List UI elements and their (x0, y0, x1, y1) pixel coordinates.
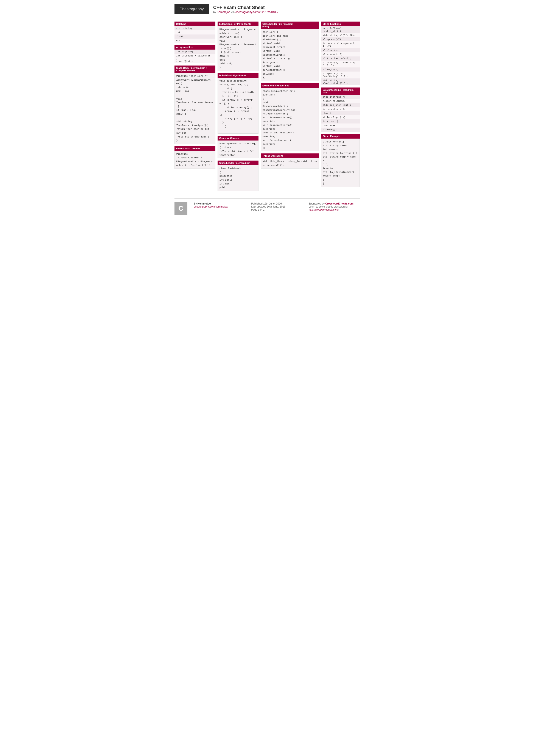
section-thread-ops-header: Thread Operations (261, 153, 319, 158)
section-datatyps-header: Datatyps (174, 21, 216, 26)
author-name: Kemmojoo (197, 202, 211, 205)
section-bubblesort: bubbleSort Algorithmus void bubblesort(i… (217, 73, 259, 134)
logo: Cheatography (174, 4, 209, 14)
list-item: int arLenght = sizeof(ar) /sizeof(int); (174, 54, 216, 63)
section-datatyps-body: std::string int float etc. (174, 26, 216, 43)
page-header: Cheatography C++ Exam Cheat Sheet by Kem… (174, 4, 360, 17)
column-3: Class header File Paradigm(cont) Zaehlwe… (261, 21, 319, 171)
section-extensions-cpp-cont: Extensions / CPP File (cont) Ringwerkzae… (217, 21, 259, 71)
column-2: Extensions / CPP File (cont) Ringwerkzae… (217, 21, 259, 193)
section-extensions-cpp-cont-content: Ringwerkzaehler::Ringwerkz aehler(int ma… (217, 26, 259, 71)
section-struct-example-header: Struct Example (321, 134, 360, 139)
section-class-header-paradigm-cont-content: Zaehlwerk(); Zaehlwerk(int max); ~Zaehlw… (261, 29, 319, 81)
section-bubblesort-content: void bubblesort(int *array, int length){… (217, 78, 259, 134)
list-item: counter++; (321, 123, 360, 127)
list-item: while (f.get(t)) (321, 115, 360, 120)
section-thread-ops-content: std::this_thread::sleep_for(std::chron o… (261, 158, 319, 169)
list-item: std::string (174, 26, 216, 30)
list-item: int counter = 0; (321, 107, 360, 111)
section-string-functions-body: printf("%s\n", text.c_str()); std::strin… (321, 26, 360, 85)
sponsor-desc: Learn to solve cryptic crosswords! (309, 205, 360, 208)
list-item: s.length(); (321, 68, 360, 71)
section-class-header-paradigm-cont-header: Class header File Paradigm(cont) (261, 21, 319, 29)
footer-author: By Kemmojoo (194, 202, 245, 205)
section-extentions-header-header: Extentions / Header File (261, 83, 319, 88)
section-struct-example-content: struct kontakt{ std::string name; int nu… (321, 139, 360, 187)
logo-text: Cheatography (179, 7, 204, 11)
section-string-functions-header: String functions (321, 21, 360, 26)
list-item: f.close(); (321, 127, 360, 132)
published-text: Published 16th June, 2016. (251, 202, 302, 205)
section-extensions-cpp-header: Extensions / CPP File (174, 146, 216, 151)
sponsor-url-link[interactable]: http://crosswordcheats.com (309, 208, 340, 211)
list-item: std::ios_base::out); (321, 103, 360, 107)
section-extensions-cpp-cont-header: Extensions / CPP File (cont) (217, 21, 259, 26)
section-string-functions: String functions printf("%s\n", text.c_s… (321, 21, 360, 85)
section-struct-example: Struct Example struct kontakt{ std::stri… (321, 134, 360, 187)
url-link[interactable]: cheatography.com/28261/cs/8435/ (236, 10, 278, 14)
section-extensions-cpp: Extensions / CPP File #include "Ringwerk… (174, 146, 216, 169)
list-item: s.replace(2, 5, "anoString", 2,2); (321, 71, 360, 78)
list-item: s1.find_last_of(s2); (321, 56, 360, 61)
sponsor-name: CrosswordCheats.com (325, 202, 353, 205)
list-item: std::string s3=s1.substr(2,3); (321, 78, 360, 85)
subtitle: by Kemmojoo via cheatography.com/28261/c… (213, 10, 278, 14)
footer-sponsor-col: Sponsored by CrosswordCheats.com Learn t… (309, 202, 360, 211)
section-arrays: Arrays and List int ar[size] int arLengh… (174, 45, 216, 63)
list-item: s1.clear(); (321, 48, 360, 52)
list-item: std::string s1("", 20); (321, 33, 360, 37)
section-extentions-header: Extentions / Header File class Ringwerkz… (261, 83, 319, 151)
list-item: int (174, 30, 216, 35)
author-link[interactable]: Kemmojoo (217, 10, 230, 14)
column-4: String functions printf("%s\n", text.c_s… (321, 21, 360, 189)
section-class-header-paradigm: Class header File Paradigm class Zaehlwe… (217, 161, 259, 191)
author-url-link[interactable]: cheatography.com/kemmojoo/ (194, 205, 228, 208)
section-arrays-header: Arrays and List (174, 45, 216, 50)
section-class-header-paradigm-content: class Zaehlwerk { protected: int zahl; i… (217, 165, 259, 191)
list-item: if (t == c) (321, 120, 360, 123)
page-text: Page 1 of 2. (251, 208, 302, 211)
sponsor-text: Sponsored by CrosswordCheats.com (309, 202, 360, 205)
list-item: s1.append(s2); (321, 37, 360, 41)
section-data-processing-header: Data processing / Read file / char (321, 88, 360, 95)
list-item: s2.erase(1, 3); (321, 52, 360, 56)
section-class-header-paradigm-cont: Class header File Paradigm(cont) Zaehlwe… (261, 21, 319, 81)
section-class-body-content: #include "Zaehlwerk.h" Zaehlwerk::Zaehlw… (174, 73, 216, 144)
list-item: s.insert(2, " einString ", 0, 3); (321, 61, 360, 68)
section-datatyps: Datatyps std::string int float etc. (174, 21, 216, 43)
section-data-processing-body: std::ifstream f; f.open(fileName, std::i… (321, 95, 360, 132)
list-item: int equ = s1.compare(2, 4, s2); (321, 41, 360, 48)
sponsor-link[interactable]: CrosswordCheats.com (325, 202, 353, 205)
list-item: char t; (321, 111, 360, 115)
section-data-processing: Data processing / Read file / char std::… (321, 88, 360, 132)
section-compare-classes-header: Compare Classes (217, 136, 259, 141)
updated-text: Last updated 16th June, 2016. (251, 205, 302, 208)
section-compare-classes-content: bool operator < (classobj) { return (cVa… (217, 141, 259, 158)
list-item: int ar[size] (174, 50, 216, 54)
footer-logo-letter: C (178, 204, 183, 212)
list-item: f.open(fileName, (321, 99, 360, 103)
footer-publish-col: Published 16th June, 2016. Last updated … (251, 202, 302, 211)
column-1: Datatyps std::string int float etc. Arra… (174, 21, 216, 171)
section-bubblesort-header: bubbleSort Algorithmus (217, 73, 259, 78)
title-block: C++ Exam Cheat Sheet by Kemmojoo via che… (213, 5, 278, 14)
section-class-body-header: Class Body File Paradigm //Compare Heade… (174, 66, 216, 73)
list-item: printf("%s\n", text.c_str()); (321, 26, 360, 33)
section-compare-classes: Compare Classes bool operator < (classob… (217, 136, 259, 158)
section-class-body: Class Body File Paradigm //Compare Heade… (174, 66, 216, 144)
main-grid: Datatyps std::string int float etc. Arra… (174, 21, 360, 193)
list-item: std::ifstream f; (321, 95, 360, 99)
section-class-header-paradigm-header: Class header File Paradigm (217, 161, 259, 165)
page-title: C++ Exam Cheat Sheet (213, 5, 278, 10)
footer: C By Kemmojoo cheatography.com/kemmojoo/… (174, 199, 360, 215)
section-extentions-header-content: class Ringwerkzaehler : Zaehlwerk { publ… (261, 88, 319, 151)
list-item: float (174, 35, 216, 39)
section-extensions-cpp-content: #include "Ringwerkzaehler.h" Ringwerkzae… (174, 151, 216, 169)
section-arrays-body: int ar[size] int arLenght = sizeof(ar) /… (174, 50, 216, 63)
list-item: etc. (174, 39, 216, 43)
footer-logo: C (174, 202, 188, 215)
section-thread-ops: Thread Operations std::this_thread::slee… (261, 153, 319, 169)
footer-author-col: By Kemmojoo cheatography.com/kemmojoo/ (194, 202, 245, 208)
